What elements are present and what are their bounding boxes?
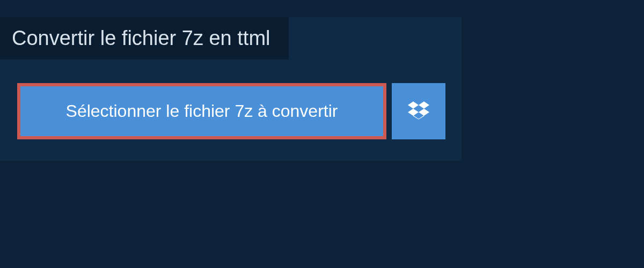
page-title: Convertir le fichier 7z en ttml xyxy=(12,27,270,49)
dropbox-icon xyxy=(408,100,429,123)
select-file-button[interactable]: Sélectionner le fichier 7z à convertir xyxy=(17,83,386,139)
button-row: Sélectionner le fichier 7z à convertir xyxy=(17,83,462,139)
select-file-label: Sélectionner le fichier 7z à convertir xyxy=(66,101,338,121)
converter-panel: Convertir le fichier 7z en ttml Sélectio… xyxy=(0,17,462,161)
dropbox-button[interactable] xyxy=(392,83,445,139)
title-bar: Convertir le fichier 7z en ttml xyxy=(0,17,289,59)
